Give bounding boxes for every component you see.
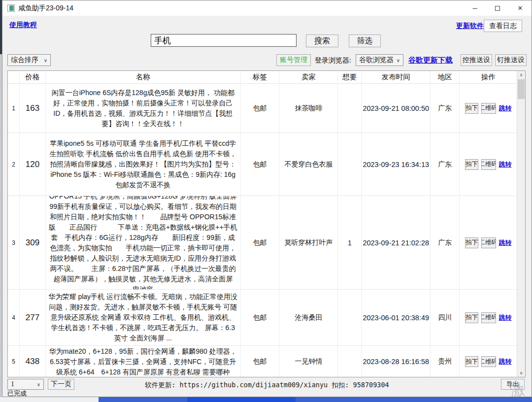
close-button[interactable]: ✕ (509, 0, 532, 16)
chevron-down-icon: ∨ (397, 58, 400, 63)
row-actions: 拍下 二维码 跳转 (460, 196, 517, 289)
row-region: 四川 (431, 290, 460, 345)
row-seller: 莫听穿林打叶声 (279, 196, 338, 289)
row-tag: 包邮 (241, 84, 280, 133)
row-time: 2023-09-21 21:02:28 (362, 196, 431, 289)
table-header-row: 价格 名称 标签 卖家 想要 发布时间 地区 操作 (8, 71, 517, 84)
row-time: 2023-09-21 08:00:50 (362, 84, 431, 133)
table-row[interactable]: 3 309 OPPOR15 手机 梦境黑，高颜值6G+128G 梦境特别 版全面… (8, 196, 517, 290)
row-seller: 不爱穿白色衣服 (279, 133, 338, 196)
sort-select-value: 综合排序 (11, 56, 38, 65)
row-name: 华为mate20，6+128，95新，国行全网通，麒麟980 处理器，6.53英… (46, 346, 241, 377)
chrome-update-link[interactable]: 谷歌更新下载 (408, 56, 453, 65)
buy-button[interactable]: 拍下 (465, 312, 478, 323)
jump-link[interactable]: 跳转 (499, 238, 512, 247)
push-setting-button-1[interactable]: 控推送设 (461, 54, 492, 66)
vertical-scrollbar[interactable]: ∧ ∨ (517, 71, 525, 377)
table-row[interactable]: 1 163 闲置一台iPhone 6S内存是128g成色95新 灵敏好用， 功能… (8, 84, 517, 133)
minimize-icon: ─ (472, 4, 477, 12)
row-want (338, 290, 362, 345)
chevron-down-icon: ∨ (44, 58, 47, 63)
header-name: 名称 (46, 71, 241, 83)
row-price: 309 (20, 196, 46, 289)
row-region: 广东 (431, 196, 460, 289)
header-price: 价格 (20, 71, 46, 83)
row-time: 2023-06-01 20:38:49 (362, 290, 431, 345)
row-name: 华为荣耀 play手机 运行流畅不卡顿。无暗病，功能正常使用没问题，测好发货。无… (46, 290, 241, 345)
search-button[interactable]: 搜索 (306, 34, 338, 47)
row-name: 苹果ipone5 5s 可移动可联通 学生备用手机/工作机 平替ccd学生拍照听… (46, 133, 241, 196)
view-log-button[interactable]: 查看日志 (484, 20, 522, 32)
account-manage-button[interactable]: 账号管理 (276, 54, 311, 66)
row-time: 2023-08-28 16:16:58 (362, 346, 431, 377)
results-table: 价格 名称 标签 卖家 想要 发布时间 地区 操作 1 163 闲置一台iPho… (7, 70, 526, 377)
row-actions: 拍下 二维码 跳转 (460, 133, 517, 196)
row-tag: 包邮 (241, 133, 280, 196)
qr-code-button[interactable]: 二维码 (481, 159, 496, 170)
header-action: 操作 (460, 71, 517, 83)
row-index: 2 (8, 133, 20, 196)
jump-link[interactable]: 跳转 (499, 313, 512, 322)
table-body: 1 163 闲置一台iPhone 6S内存是128g成色95新 灵敏好用， 功能… (8, 84, 517, 377)
app-window: 咸鱼助手23-09-14 ─ ✕ 使用教程 更新软件 查看日志 搜索 筛选 综合… (2, 0, 532, 397)
jump-link[interactable]: 跳转 (499, 160, 512, 169)
update-software-link[interactable]: 更新软件 (456, 22, 484, 31)
qr-code-button[interactable]: 二维码 (481, 312, 496, 323)
row-want (338, 346, 362, 377)
row-actions: 拍下 二维码 跳转 (460, 290, 517, 345)
scroll-up-icon[interactable]: ∧ (517, 71, 525, 79)
buy-button[interactable]: 拍下 (465, 237, 478, 248)
jump-link[interactable]: 跳转 (499, 357, 512, 366)
row-want: 1 (338, 196, 362, 289)
row-seller: 抹茶咖啡 (279, 84, 338, 133)
row-index: 4 (8, 290, 20, 345)
filter-button[interactable]: 筛选 (349, 34, 381, 47)
qr-code-button[interactable]: 二维码 (481, 356, 496, 367)
row-actions: 拍下 二维码 跳转 (460, 84, 517, 133)
taskbar-strip (0, 397, 532, 402)
qr-code-button[interactable]: 二维码 (481, 103, 496, 114)
minimize-button[interactable]: ─ (464, 0, 486, 16)
row-price: 277 (20, 290, 46, 345)
buy-button[interactable]: 拍下 (465, 103, 478, 114)
row-price: 120 (20, 133, 46, 196)
row-region: 广东 (431, 133, 460, 196)
maximize-button[interactable] (486, 0, 509, 16)
buy-button[interactable]: 拍下 (465, 356, 478, 367)
tutorial-link[interactable]: 使用教程 (9, 21, 37, 30)
qr-code-button[interactable]: 二维码 (481, 237, 496, 248)
table-row[interactable]: 5 438 华为mate20，6+128，95新，国行全网通，麒麟980 处理器… (8, 346, 517, 377)
row-tag: 包邮 (241, 290, 280, 345)
push-setting-button-2[interactable]: 钉推送设 (495, 54, 527, 66)
row-index: 3 (8, 196, 20, 289)
table-row[interactable]: 2 120 苹果ipone5 5s 可移动可联通 学生备用手机/工作机 平替cc… (8, 133, 517, 196)
jump-link[interactable]: 跳转 (499, 104, 512, 113)
export-button[interactable]: 导出 (501, 379, 525, 390)
header-region: 地区 (431, 71, 460, 83)
browser-select-value: 谷歌浏览器 (359, 56, 394, 65)
header-seller: 卖家 (279, 71, 338, 83)
row-region: 广东 (431, 84, 460, 133)
scroll-down-icon[interactable]: ∨ (517, 369, 525, 377)
header-tag: 标签 (241, 71, 280, 83)
header-time: 发布时间 (362, 71, 431, 83)
app-icon (7, 4, 15, 12)
maximize-icon (495, 6, 500, 11)
row-name: 闲置一台iPhone 6S内存是128g成色95新 灵敏好用， 功能都好，正常使… (46, 84, 241, 133)
login-browser-label: 登录浏览器: (315, 56, 351, 65)
row-index: 1 (8, 84, 20, 133)
search-input[interactable] (151, 34, 297, 47)
row-price: 163 (20, 84, 46, 133)
close-icon: ✕ (518, 4, 523, 12)
row-index: 5 (8, 346, 20, 377)
row-tag: 包邮 (241, 346, 280, 377)
title-bar: 咸鱼助手23-09-14 ─ ✕ (2, 0, 532, 16)
table-row[interactable]: 4 277 华为荣耀 play手机 运行流畅不卡顿。无暗病，功能正常使用没问题，… (8, 290, 517, 346)
buy-button[interactable]: 拍下 (465, 159, 478, 170)
row-want (338, 84, 362, 133)
status-text: 已完成 (7, 389, 27, 398)
row-region: 贵州 (431, 346, 460, 377)
scrollbar-thumb[interactable] (518, 79, 525, 99)
sort-select[interactable]: 综合排序 ∨ (7, 54, 51, 66)
browser-select[interactable]: 谷歌浏览器 ∨ (356, 54, 403, 66)
